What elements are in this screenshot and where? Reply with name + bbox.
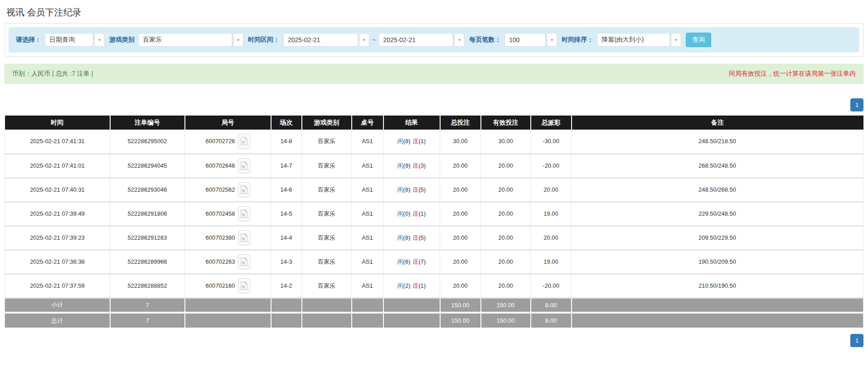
video-replay-button[interactable] xyxy=(238,206,250,221)
cell-total-bet-link[interactable]: 20.00 xyxy=(440,178,481,202)
cell-result: 闲(6)庄(7) xyxy=(383,250,440,274)
page-button-1[interactable]: 1 xyxy=(850,334,863,347)
player-score: (8) xyxy=(403,186,411,193)
cell-result: 闲(8)庄(5) xyxy=(383,178,440,202)
banker-score: (7) xyxy=(419,258,426,265)
column-header-table: 桌号 xyxy=(352,116,383,130)
chevron-down-icon[interactable]: ▾ xyxy=(94,33,105,47)
cell-total-bet-link[interactable]: 20.00 xyxy=(440,154,481,178)
cell-time: 2025-02-21 07:40:31 xyxy=(5,178,110,202)
cell-total-bet-link[interactable]: 30.00 xyxy=(440,130,481,154)
column-header-round-id: 局号 xyxy=(185,116,271,130)
round-id-value: 600702726 xyxy=(205,138,235,145)
cell-round-id: 600702646 xyxy=(185,154,271,178)
column-header-game: 游戏类别 xyxy=(302,116,352,130)
table-row: 2025-02-21 07:41:01 522286294045 6007026… xyxy=(5,154,863,178)
cell-game: 百家乐 xyxy=(302,202,352,226)
cell-total-bet-link[interactable]: 20.00 xyxy=(440,250,481,274)
game-category-select[interactable]: 百家乐 ▾ xyxy=(138,33,243,47)
video-replay-button[interactable] xyxy=(238,278,250,293)
query-button[interactable]: 查询 xyxy=(686,33,711,47)
cell-session: 14-6 xyxy=(271,178,302,202)
page-size-select[interactable]: 100 ▾ xyxy=(504,33,557,47)
cell-table: AS1 xyxy=(352,250,383,274)
grand-total-label: 总计 xyxy=(5,313,110,328)
table-row: 2025-02-21 07:37:59 522286288852 6007021… xyxy=(5,274,863,298)
chevron-down-icon[interactable]: ▾ xyxy=(359,33,369,47)
grand-total-count: 7 xyxy=(110,313,185,328)
cell-table: AS1 xyxy=(352,226,383,250)
bet-records-table: 时间 注单编号 局号 场次 游戏类别 桌号 结果 总投注 有效投注 总派彩 备注… xyxy=(5,116,863,328)
chevron-down-icon[interactable]: ▾ xyxy=(671,33,681,47)
cell-remark: 229.50/248.50 xyxy=(572,202,863,226)
video-replay-button[interactable] xyxy=(238,182,250,197)
column-header-result: 结果 xyxy=(383,116,440,130)
time-sort-label: 时间排序： xyxy=(562,36,593,44)
cell-total-bet-link[interactable]: 20.00 xyxy=(440,202,481,226)
cell-table: AS1 xyxy=(352,178,383,202)
subtotal-row: 小计 7 150.00 150.00 8.00 xyxy=(5,298,863,313)
cell-table: AS1 xyxy=(352,202,383,226)
cell-game: 百家乐 xyxy=(302,226,352,250)
video-replay-button[interactable] xyxy=(238,158,250,173)
cell-valid-bet: 20.00 xyxy=(481,154,531,178)
date-from-select[interactable]: 2025-02-21 ▾ xyxy=(283,33,369,47)
grand-total-row: 总计 7 150.00 150.00 8.00 xyxy=(5,313,863,328)
cell-result: 闲(8)庄(5) xyxy=(383,226,440,250)
cell-session: 14-2 xyxy=(271,274,302,298)
cell-game: 百家乐 xyxy=(302,250,352,274)
summary-notice-bar: 币别：人民币 | 总共 :7 注单 | 同局有效投注，统一计算在该局第一张注单内 xyxy=(5,64,863,84)
page: 视讯 会员下注纪录 请选择： 日期查询 ▾ 游戏类别 百家乐 ▾ 时间区间： 2… xyxy=(0,6,868,347)
player-result: 闲 xyxy=(398,258,403,265)
date-range-label: 时间区间： xyxy=(248,36,280,44)
table-row: 2025-02-21 07:39:23 522286291283 6007023… xyxy=(5,226,863,250)
date-to-select[interactable]: 2025-02-21 ▾ xyxy=(378,33,465,47)
chevron-down-icon[interactable]: ▾ xyxy=(233,33,243,47)
cell-payout: -30.00 xyxy=(531,130,572,154)
video-replay-button[interactable] xyxy=(238,254,250,269)
select-type-label: 请选择： xyxy=(16,36,41,44)
cell-time: 2025-02-21 07:38:38 xyxy=(5,250,110,274)
cell-bet-id: 522286294045 xyxy=(110,154,185,178)
pagination-bottom: 1 xyxy=(5,334,863,347)
video-replay-button[interactable] xyxy=(238,134,250,149)
query-type-select[interactable]: 日期查询 ▾ xyxy=(45,33,105,47)
banker-result: 庄 xyxy=(413,186,419,193)
column-header-valid-bet: 有效投注 xyxy=(481,116,531,130)
currency-total-text: 币别：人民币 | 总共 :7 注单 | xyxy=(12,70,93,78)
film-document-icon xyxy=(241,161,247,170)
player-result: 闲 xyxy=(398,162,403,169)
cell-round-id: 600702458 xyxy=(185,202,271,226)
cell-round-id: 600702726 xyxy=(185,130,271,154)
chevron-down-icon[interactable]: ▾ xyxy=(547,33,557,47)
cell-remark: 248.50/268.50 xyxy=(572,178,863,202)
cell-payout: 19.00 xyxy=(531,250,572,274)
player-result: 闲 xyxy=(398,186,403,193)
cell-session: 14-8 xyxy=(271,130,302,154)
film-document-icon xyxy=(241,185,247,194)
banker-result: 庄 xyxy=(413,234,419,241)
cell-time: 2025-02-21 07:41:01 xyxy=(5,154,110,178)
cell-time: 2025-02-21 07:41:31 xyxy=(5,130,110,154)
chevron-down-icon[interactable]: ▾ xyxy=(454,33,465,47)
video-replay-button[interactable] xyxy=(238,230,250,245)
cell-total-bet-link[interactable]: 20.00 xyxy=(440,226,481,250)
page-button-1[interactable]: 1 xyxy=(850,98,863,111)
cell-bet-id: 522286288852 xyxy=(110,274,185,298)
banker-score: (5) xyxy=(419,186,426,193)
player-result: 闲 xyxy=(398,282,403,289)
filter-bar: 请选择： 日期查询 ▾ 游戏类别 百家乐 ▾ 时间区间： 2025-02-21 … xyxy=(9,27,859,53)
cell-valid-bet: 20.00 xyxy=(481,250,531,274)
filter-panel: 请选择： 日期查询 ▾ 游戏类别 百家乐 ▾ 时间区间： 2025-02-21 … xyxy=(5,23,863,57)
time-sort-select[interactable]: 降冪(由大到小) ▾ xyxy=(597,33,681,47)
table-header: 时间 注单编号 局号 场次 游戏类别 桌号 结果 总投注 有效投注 总派彩 备注 xyxy=(5,116,863,130)
cell-total-bet-link[interactable]: 20.00 xyxy=(440,274,481,298)
round-id-value: 600702458 xyxy=(205,210,235,217)
cell-valid-bet: 30.00 xyxy=(481,130,531,154)
grand-total-valid-bet: 150.00 xyxy=(481,313,531,328)
cell-round-id: 600702263 xyxy=(185,250,271,274)
cell-table: AS1 xyxy=(352,274,383,298)
banker-result: 庄 xyxy=(413,138,419,145)
table-row: 2025-02-21 07:40:31 522286293046 6007025… xyxy=(5,178,863,202)
banker-score: (1) xyxy=(419,210,426,217)
